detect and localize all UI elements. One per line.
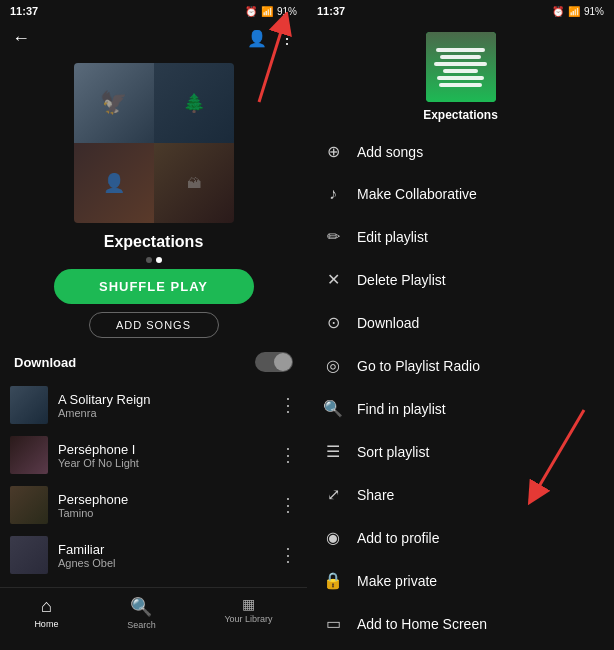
menu-playlist-radio[interactable]: ◎ Go to Playlist Radio [307, 344, 614, 387]
top-bar-right-icons: 👤 ⋮ [247, 29, 295, 48]
menu-private-label: Make private [357, 573, 437, 589]
track-info-1: A Solitary Reign Amenra [58, 392, 279, 419]
menu-delete-label: Delete Playlist [357, 272, 446, 288]
menu-delete-playlist[interactable]: ✕ Delete Playlist [307, 258, 614, 301]
track-thumb-1 [10, 386, 48, 424]
track-info-4: Familiar Agnes Obel [58, 542, 279, 569]
nav-library-label: Your Library [224, 614, 272, 624]
right-signal-icon: 📶 [568, 6, 580, 17]
right-album-preview: Expectations [307, 22, 614, 130]
track-more-4[interactable]: ⋮ [279, 544, 297, 566]
menu-edit-playlist[interactable]: ✏ Edit playlist [307, 215, 614, 258]
menu-find-label: Find in playlist [357, 401, 446, 417]
album-title: Expectations [0, 233, 307, 251]
menu-add-to-profile[interactable]: ◉ Add to profile [307, 516, 614, 559]
track-more-1[interactable]: ⋮ [279, 394, 297, 416]
alarm-icon: ⏰ [245, 6, 257, 17]
spotify-waveform [426, 32, 496, 102]
right-panel: 11:37 ⏰ 📶 91% Expectations ⊕ Add songs [307, 0, 614, 650]
left-time: 11:37 [10, 5, 38, 17]
track-artist-4: Agnes Obel [58, 557, 279, 569]
menu-sort-playlist[interactable]: ☰ Sort playlist [307, 430, 614, 473]
download-icon: ⊙ [323, 313, 343, 332]
bar-6 [439, 83, 483, 87]
right-playlist-name: Expectations [423, 108, 498, 122]
track-name-2: Perséphone I [58, 442, 279, 457]
menu-download[interactable]: ⊙ Download [307, 301, 614, 344]
delete-icon: ✕ [323, 270, 343, 289]
track-item-1[interactable]: A Solitary Reign Amenra ⋮ [0, 380, 307, 430]
album-dots [0, 257, 307, 263]
right-status-bar: 11:37 ⏰ 📶 91% [307, 0, 614, 22]
album-cell-4: 🏔 [154, 143, 234, 223]
menu-share-label: Share [357, 487, 394, 503]
sort-icon: ☰ [323, 442, 343, 461]
edit-icon: ✏ [323, 227, 343, 246]
menu-add-songs[interactable]: ⊕ Add songs [307, 130, 614, 173]
profile-add-icon: ◉ [323, 528, 343, 547]
track-item-4[interactable]: Familiar Agnes Obel ⋮ [0, 530, 307, 580]
track-list: A Solitary Reign Amenra ⋮ Perséphone I Y… [0, 380, 307, 587]
collaborative-icon: ♪ [323, 185, 343, 203]
right-alarm-icon: ⏰ [552, 6, 564, 17]
right-time: 11:37 [317, 5, 345, 17]
album-grid: 🦅 🌲 👤 🏔 [74, 63, 234, 223]
find-icon: 🔍 [323, 399, 343, 418]
track-more-3[interactable]: ⋮ [279, 494, 297, 516]
radio-icon: ◎ [323, 356, 343, 375]
back-button[interactable]: ← [12, 28, 30, 49]
track-artist-3: Tamino [58, 507, 279, 519]
more-menu-icon[interactable]: ⋮ [279, 29, 295, 48]
dot-1 [146, 257, 152, 263]
track-item-3[interactable]: Persephone Tamino ⋮ [0, 480, 307, 530]
menu-download-label: Download [357, 315, 419, 331]
bottom-nav: ⌂ Home 🔍 Search ▦ Your Library [0, 587, 307, 650]
menu-share[interactable]: ⤢ Share [307, 473, 614, 516]
bar-3 [434, 62, 486, 66]
track-thumb-3 [10, 486, 48, 524]
add-songs-icon: ⊕ [323, 142, 343, 161]
track-more-2[interactable]: ⋮ [279, 444, 297, 466]
track-thumb-2 [10, 436, 48, 474]
album-cell-3: 👤 [74, 143, 154, 223]
nav-search[interactable]: 🔍 Search [127, 596, 156, 630]
album-cell-2: 🌲 [154, 63, 234, 143]
menu-add-home-screen[interactable]: ▭ Add to Home Screen [307, 602, 614, 645]
left-status-icons: ⏰ 📶 91% [245, 6, 297, 17]
battery-icon: 91% [277, 6, 297, 17]
nav-home-label: Home [34, 619, 58, 629]
shuffle-play-button[interactable]: SHUFFLE PLAY [54, 269, 254, 304]
menu-profile-label: Add to profile [357, 530, 440, 546]
track-artist-2: Year Of No Light [58, 457, 279, 469]
download-toggle[interactable] [255, 352, 293, 372]
track-item-2[interactable]: Perséphone I Year Of No Light ⋮ [0, 430, 307, 480]
add-songs-button[interactable]: ADD SONGS [89, 312, 219, 338]
menu-make-private[interactable]: 🔒 Make private [307, 559, 614, 602]
right-album-thumb [426, 32, 496, 102]
profile-icon[interactable]: 👤 [247, 29, 267, 48]
menu-collaborative-label: Make Collaborative [357, 186, 477, 202]
left-status-bar: 11:37 ⏰ 📶 91% [0, 0, 307, 22]
bar-2 [440, 55, 481, 59]
context-menu-list: ⊕ Add songs ♪ Make Collaborative ✏ Edit … [307, 130, 614, 650]
bar-5 [437, 76, 483, 80]
bar-1 [436, 48, 485, 52]
home-screen-icon: ▭ [323, 614, 343, 633]
menu-sort-label: Sort playlist [357, 444, 429, 460]
right-battery-icon: 91% [584, 6, 604, 17]
left-panel: 11:37 ⏰ 📶 91% ← 👤 ⋮ 🦅 🌲 👤 [0, 0, 307, 650]
track-name-3: Persephone [58, 492, 279, 507]
nav-library[interactable]: ▦ Your Library [224, 596, 272, 630]
home-icon: ⌂ [41, 596, 52, 617]
signal-icon: 📶 [261, 6, 273, 17]
nav-home[interactable]: ⌂ Home [34, 596, 58, 630]
track-artist-1: Amenra [58, 407, 279, 419]
menu-edit-label: Edit playlist [357, 229, 428, 245]
menu-home-screen-label: Add to Home Screen [357, 616, 487, 632]
track-info-2: Perséphone I Year Of No Light [58, 442, 279, 469]
menu-find-in-playlist[interactable]: 🔍 Find in playlist [307, 387, 614, 430]
track-thumb-4 [10, 536, 48, 574]
track-info-3: Persephone Tamino [58, 492, 279, 519]
menu-make-collaborative[interactable]: ♪ Make Collaborative [307, 173, 614, 215]
menu-radio-label: Go to Playlist Radio [357, 358, 480, 374]
